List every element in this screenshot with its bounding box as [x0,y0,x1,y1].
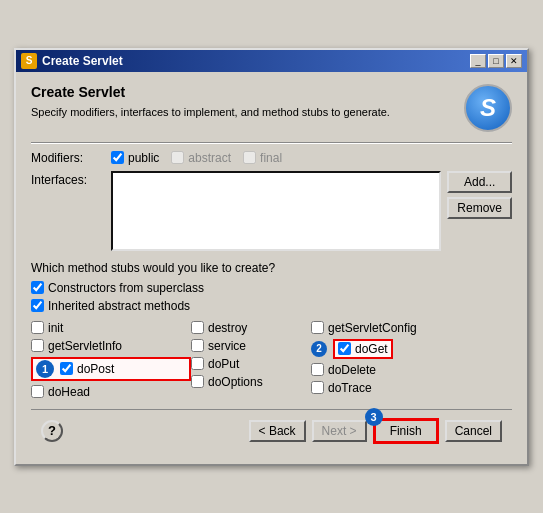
doGet-label: doGet [355,342,388,356]
next-button[interactable]: Next > [312,420,367,442]
page-description: Specify modifiers, interfaces to impleme… [31,105,390,120]
doOptions-label: doOptions [208,375,263,389]
method-destroy: destroy [191,321,311,335]
badge-2: 2 [311,341,327,357]
doHead-label: doHead [48,385,90,399]
method-grid: init getServletInfo 1 doPost doHead [31,321,512,399]
getServletConfig-checkbox[interactable] [311,321,324,334]
getServletInfo-checkbox[interactable] [31,339,44,352]
inherited-label: Inherited abstract methods [48,299,190,313]
badge-3: 3 [365,408,383,426]
title-buttons: _ □ ✕ [470,54,522,68]
method-doOptions: doOptions [191,375,311,389]
servlet-logo: S [464,84,512,132]
footer-left: ? [41,420,63,442]
inherited-option[interactable]: Inherited abstract methods [31,299,512,313]
doTrace-label: doTrace [328,381,372,395]
method-col-3: getServletConfig 2 doGet doDelete [311,321,512,399]
doTrace-checkbox[interactable] [311,381,324,394]
constructors-checkbox[interactable] [31,281,44,294]
footer-bar: ? < Back Next > 3 Finish Cancel [31,409,512,452]
header-divider [31,142,512,143]
method-col-2: destroy service doPut doOptions [191,321,311,399]
service-checkbox[interactable] [191,339,204,352]
doGet-checkbox[interactable] [338,342,351,355]
destroy-label: destroy [208,321,247,335]
constructors-label: Constructors from superclass [48,281,204,295]
method-service: service [191,339,311,353]
header-section: Create Servlet Specify modifiers, interf… [31,84,512,132]
method-init: init [31,321,191,335]
footer-right: < Back Next > 3 Finish Cancel [249,418,502,444]
public-modifier[interactable]: public [111,151,159,165]
interfaces-listbox[interactable] [111,171,441,251]
public-label: public [128,151,159,165]
window-body: Create Servlet Specify modifiers, interf… [16,72,527,464]
init-checkbox[interactable] [31,321,44,334]
method-question: Which method stubs would you like to cre… [31,261,512,275]
doDelete-checkbox[interactable] [311,363,324,376]
method-doPut: doPut [191,357,311,371]
remove-button[interactable]: Remove [447,197,512,219]
add-button[interactable]: Add... [447,171,512,193]
abstract-modifier[interactable]: abstract [171,151,231,165]
method-getServletConfig: getServletConfig [311,321,512,335]
modifiers-label: Modifiers: [31,151,111,165]
doHead-checkbox[interactable] [31,385,44,398]
method-doHead: doHead [31,385,191,399]
service-label: service [208,339,246,353]
method-stubs-section: Which method stubs would you like to cre… [31,261,512,399]
window-icon: S [21,53,37,69]
interfaces-buttons: Add... Remove [447,171,512,219]
doPost-label: doPost [77,362,114,376]
badge-1: 1 [36,360,54,378]
interfaces-area: Interfaces: Add... Remove [31,171,512,251]
method-getServletInfo: getServletInfo [31,339,191,353]
method-col-1: init getServletInfo 1 doPost doHead [31,321,191,399]
inherited-checkbox[interactable] [31,299,44,312]
constructors-option[interactable]: Constructors from superclass [31,281,512,295]
window-title: Create Servlet [42,54,123,68]
method-doDelete: doDelete [311,363,512,377]
public-checkbox[interactable] [111,151,124,164]
getServletConfig-label: getServletConfig [328,321,417,335]
maximize-button[interactable]: □ [488,54,504,68]
dialog-window: S Create Servlet _ □ ✕ Create Servlet Sp… [14,48,529,466]
destroy-checkbox[interactable] [191,321,204,334]
doPost-checkbox[interactable] [60,362,73,375]
close-button[interactable]: ✕ [506,54,522,68]
cancel-button[interactable]: Cancel [445,420,502,442]
interfaces-label: Interfaces: [31,171,111,187]
back-button[interactable]: < Back [249,420,306,442]
doPut-label: doPut [208,357,239,371]
final-label: final [260,151,282,165]
title-bar: S Create Servlet _ □ ✕ [16,50,527,72]
header-text: Create Servlet Specify modifiers, interf… [31,84,390,120]
doPut-checkbox[interactable] [191,357,204,370]
getServletInfo-label: getServletInfo [48,339,122,353]
doDelete-label: doDelete [328,363,376,377]
doOptions-checkbox[interactable] [191,375,204,388]
method-doTrace: doTrace [311,381,512,395]
method-doPost-row: 1 doPost [31,357,191,381]
modifiers-section: public abstract final [111,151,282,165]
abstract-checkbox[interactable] [171,151,184,164]
method-doGet-row: 2 doGet [311,339,512,359]
page-title: Create Servlet [31,84,390,100]
final-checkbox[interactable] [243,151,256,164]
finish-button[interactable]: Finish [373,418,439,444]
modifiers-row: Modifiers: public abstract final [31,151,512,165]
help-button[interactable]: ? [41,420,63,442]
abstract-label: abstract [188,151,231,165]
final-modifier[interactable]: final [243,151,282,165]
minimize-button[interactable]: _ [470,54,486,68]
init-label: init [48,321,63,335]
